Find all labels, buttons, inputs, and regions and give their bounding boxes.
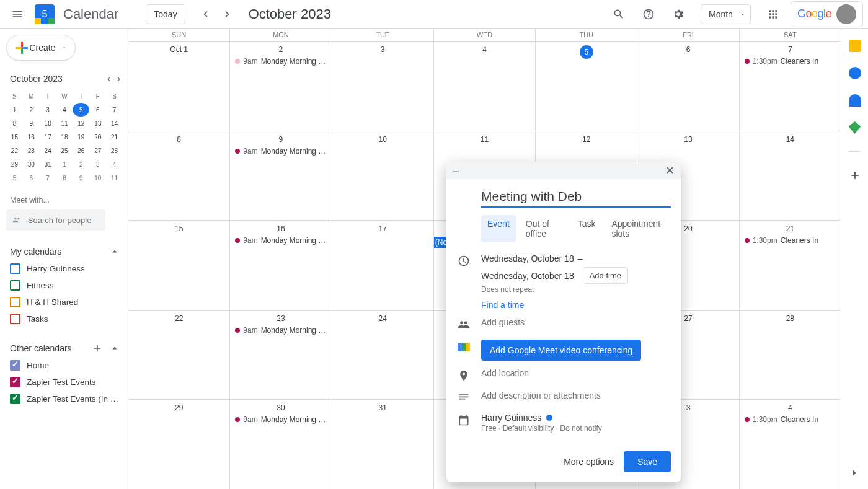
event-item[interactable]: 9amMonday Morning Meeting	[232, 415, 329, 425]
day-number[interactable]: Oct 1	[131, 44, 227, 56]
start-date[interactable]: Wednesday, October 18	[481, 253, 574, 263]
day-number[interactable]: 2	[232, 44, 329, 56]
mini-day[interactable]: 9	[73, 171, 89, 185]
day-number[interactable]: 8	[131, 134, 227, 146]
mini-day[interactable]: 10	[89, 171, 106, 185]
day-cell[interactable]: 169amMonday Morning Meeting	[230, 221, 332, 310]
day-cell[interactable]: 71:30pmCleaners In	[740, 42, 841, 131]
recurrence-label[interactable]: Does not repeat	[481, 285, 671, 294]
google-apps-button[interactable]	[761, 2, 786, 27]
calendar-item[interactable]: Zapier Test Events (In Pur...	[6, 390, 128, 407]
day-number[interactable]: 9	[232, 134, 329, 146]
day-cell[interactable]: 6	[637, 42, 739, 131]
settings-button[interactable]	[666, 2, 691, 27]
day-number[interactable]: 29	[131, 402, 227, 415]
day-cell[interactable]: 4	[434, 42, 536, 131]
mini-day[interactable]: 7	[106, 103, 123, 117]
mini-day[interactable]: 5	[73, 103, 89, 117]
maps-icon[interactable]	[849, 121, 861, 134]
mini-day[interactable]: 11	[56, 117, 73, 130]
day-cell[interactable]: 10	[332, 131, 434, 221]
day-cell[interactable]: 31	[332, 400, 434, 489]
day-cell[interactable]: 5	[536, 42, 637, 131]
mini-day[interactable]: 1	[6, 103, 23, 117]
day-cell[interactable]: 99amMonday Morning Meeting	[230, 131, 332, 221]
event-item[interactable]: 1:30pmCleaners In	[742, 56, 838, 66]
day-number[interactable]: 22	[131, 313, 227, 325]
create-button[interactable]: Create	[6, 35, 76, 61]
my-calendars-toggle[interactable]: My calendars	[6, 243, 128, 260]
mini-day[interactable]: 4	[106, 157, 123, 171]
mini-day[interactable]: 27	[89, 144, 106, 157]
search-button[interactable]	[606, 2, 631, 27]
mini-day[interactable]: 20	[89, 130, 106, 144]
day-cell[interactable]: 41:30pmCleaners In	[740, 400, 841, 489]
day-number[interactable]: 13	[640, 134, 736, 146]
calendar-item[interactable]: Home	[6, 357, 128, 374]
event-title-input[interactable]	[481, 187, 671, 208]
event-item[interactable]: 1:30pmCleaners In	[742, 415, 838, 425]
mini-day[interactable]: 30	[23, 157, 40, 171]
view-selector[interactable]: Month	[701, 4, 751, 24]
help-button[interactable]	[636, 2, 661, 27]
mini-day[interactable]: 28	[106, 144, 123, 157]
mini-day[interactable]: 21	[106, 130, 123, 144]
show-side-panel-button[interactable]	[848, 467, 861, 482]
add-location-field[interactable]: Add location	[481, 368, 671, 378]
day-cell[interactable]: 15	[128, 221, 230, 310]
main-menu-button[interactable]	[5, 2, 30, 27]
day-number[interactable]: 16	[232, 223, 329, 236]
mini-day[interactable]: 2	[73, 157, 89, 171]
mini-day[interactable]: 2	[23, 103, 40, 117]
mini-prev-button[interactable]: ‹	[106, 72, 112, 86]
mini-day[interactable]: 8	[6, 117, 23, 130]
availability-label[interactable]: Free · Default visibility · Do not notif…	[481, 424, 671, 433]
day-cell[interactable]: 29amMonday Morning Meeting	[230, 42, 332, 131]
calendar-checkbox[interactable]	[10, 377, 20, 387]
day-number[interactable]: 4	[742, 402, 838, 415]
day-cell[interactable]: 14	[740, 131, 841, 221]
event-type-tab[interactable]: Appointment slots	[605, 215, 671, 242]
day-number[interactable]: 28	[742, 313, 838, 325]
calendar-checkbox[interactable]	[10, 314, 20, 324]
mini-day[interactable]: 14	[106, 117, 123, 130]
day-cell[interactable]: 239amMonday Morning Meeting	[230, 311, 332, 400]
day-number[interactable]: 5	[538, 44, 634, 61]
calendar-checkbox[interactable]	[10, 360, 20, 371]
day-cell[interactable]: 24	[332, 311, 434, 400]
day-cell[interactable]: 22	[128, 311, 230, 400]
add-description-field[interactable]: Add description or attachments	[481, 390, 671, 400]
add-guests-field[interactable]: Add guests	[481, 317, 671, 327]
calendar-item[interactable]: Harry Guinness	[6, 260, 128, 277]
day-number[interactable]: 21	[742, 223, 838, 236]
mini-day[interactable]: 3	[89, 157, 106, 171]
add-time-button[interactable]: Add time	[583, 267, 628, 284]
add-other-calendar-icon[interactable]	[92, 342, 103, 355]
day-cell[interactable]: 211:30pmCleaners In	[740, 221, 841, 310]
mini-day[interactable]: 1	[56, 157, 73, 171]
mini-day[interactable]: 26	[73, 144, 89, 157]
user-avatar[interactable]	[836, 4, 856, 24]
day-number[interactable]: 23	[232, 313, 329, 325]
day-number[interactable]: 12	[538, 134, 634, 146]
next-period-button[interactable]	[218, 4, 237, 24]
day-cell[interactable]: 28	[740, 311, 841, 400]
tasks-icon[interactable]	[849, 67, 861, 79]
day-cell[interactable]: 17	[332, 221, 434, 310]
day-number[interactable]: 31	[335, 402, 431, 415]
day-number[interactable]: 11	[436, 134, 533, 146]
mini-day[interactable]: 17	[40, 130, 56, 144]
event-item[interactable]: 9amMonday Morning Meeting	[232, 146, 329, 156]
calendar-item[interactable]: H & H Shared	[6, 294, 128, 311]
save-button[interactable]: Save	[624, 451, 671, 472]
mini-day[interactable]: 23	[23, 144, 40, 157]
search-people-input[interactable]	[28, 216, 99, 225]
day-number[interactable]: 17	[335, 223, 431, 236]
event-item[interactable]: 9amMonday Morning Meeting	[232, 56, 329, 66]
event-item[interactable]: 9amMonday Morning Meeting	[232, 236, 329, 245]
event-type-tab[interactable]: Event	[481, 215, 516, 242]
add-meet-button[interactable]: Add Google Meet video conferencing	[481, 340, 641, 361]
mini-day[interactable]: 22	[6, 144, 23, 157]
mini-day[interactable]: 18	[56, 130, 73, 144]
other-calendars-toggle[interactable]: Other calendars	[6, 340, 128, 357]
